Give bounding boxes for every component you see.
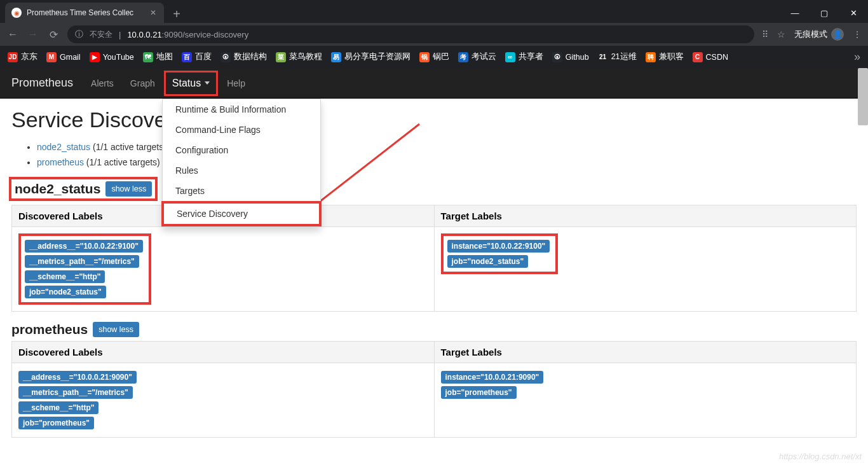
label-badge: instance="10.0.0.22:9100" bbox=[447, 240, 550, 253]
bookmark-icon: ∞ bbox=[505, 52, 515, 62]
bookmark-icon: C bbox=[693, 52, 703, 62]
target-cell: instance="10.0.0.22:9100"job="node2_stat… bbox=[434, 226, 857, 311]
bookmark-item[interactable]: 聘兼职客 bbox=[646, 52, 684, 62]
bookmark-item[interactable]: 考考试云 bbox=[458, 52, 496, 62]
summary-link[interactable]: prometheus bbox=[37, 157, 84, 167]
bookmark-icon: 百 bbox=[182, 52, 192, 62]
bookmark-item[interactable]: CCSDN bbox=[693, 52, 728, 62]
status-menu-item[interactable]: Targets bbox=[163, 181, 320, 201]
status-menu-item[interactable]: Rules bbox=[163, 160, 320, 181]
discovered-cell: __address__="10.0.0.22:9100"__metrics_pa… bbox=[12, 226, 435, 311]
back-icon[interactable]: ← bbox=[6, 29, 19, 40]
label-badge: __address__="10.0.0.21:9090" bbox=[18, 371, 137, 384]
bookmark-label: YouTube bbox=[103, 53, 134, 62]
status-menu-item[interactable]: Command-Line Flags bbox=[163, 120, 320, 140]
prometheus-favicon-icon: ◉ bbox=[11, 8, 22, 18]
job-block: prometheus show less Discovered LabelsTa… bbox=[11, 322, 857, 438]
nav-graph[interactable]: Graph bbox=[123, 72, 163, 95]
prometheus-brand[interactable]: Prometheus bbox=[11, 76, 73, 90]
bookmark-item[interactable]: 百百度 bbox=[182, 52, 212, 62]
prometheus-navbar: Prometheus Alerts Graph Status Help bbox=[0, 68, 868, 99]
bookmark-icon: ⦿ bbox=[552, 52, 562, 62]
label-badge: job="prometheus" bbox=[18, 417, 94, 429]
bookmark-item[interactable]: ∞共享者 bbox=[505, 52, 543, 62]
address-bar: ← → ⟳ ⓘ 不安全 | 10.0.0.21:9090/service-dis… bbox=[0, 23, 868, 46]
show-less-button[interactable]: show less bbox=[93, 322, 139, 337]
job-block: node2_status show less Discovered Labels… bbox=[11, 179, 857, 312]
bookmark-icon: 21 bbox=[598, 52, 608, 62]
forward-icon: → bbox=[27, 29, 39, 40]
scrollbar-thumb[interactable] bbox=[858, 68, 868, 125]
close-window-icon[interactable]: ✕ bbox=[839, 3, 868, 23]
kebab-menu-icon[interactable]: ⋮ bbox=[853, 29, 862, 39]
bookmark-item[interactable]: 🗺地图 bbox=[143, 52, 173, 62]
url-port: :9090 bbox=[162, 30, 183, 39]
bookmark-icon: 菜 bbox=[276, 52, 286, 62]
discovered-cell: __address__="10.0.0.21:9090"__metrics_pa… bbox=[12, 363, 435, 437]
tab-title: Prometheus Time Series Collec bbox=[27, 8, 144, 17]
separator: | bbox=[119, 30, 121, 39]
chevron-down-icon bbox=[205, 81, 210, 85]
bookmark-icon: 🗺 bbox=[143, 52, 153, 62]
watermark: https://blog.csdn.net/xt bbox=[779, 452, 862, 461]
maximize-icon[interactable]: ▢ bbox=[810, 3, 839, 23]
status-menu-item[interactable]: Runtime & Build Information bbox=[163, 99, 320, 120]
bookmark-label: 考试云 bbox=[471, 52, 496, 62]
url-field[interactable]: ⓘ 不安全 | 10.0.0.21:9090/service-discovery bbox=[67, 25, 754, 43]
label-badge: __metrics_path__="/metrics" bbox=[18, 386, 133, 399]
job-header: prometheus show less bbox=[11, 322, 857, 337]
bookmark-item[interactable]: JD京东 bbox=[8, 52, 37, 62]
summary-item: prometheus (1/1 active targets) bbox=[37, 155, 857, 170]
bookmark-label: 地图 bbox=[156, 52, 173, 62]
page-content: Service Discovery node2_status (1/1 acti… bbox=[0, 99, 868, 465]
status-menu-item[interactable]: Service Discovery bbox=[161, 201, 322, 226]
bookmark-icon: 考 bbox=[458, 52, 468, 62]
bookmark-label: 数据结构 bbox=[234, 52, 267, 62]
minimize-icon[interactable]: ― bbox=[780, 3, 810, 23]
labels-table: Discovered LabelsTarget Labels __address… bbox=[11, 341, 857, 438]
bookmark-label: 共享者 bbox=[519, 52, 543, 62]
bookmark-icon: 锅 bbox=[419, 52, 430, 62]
close-tab-icon[interactable]: ✕ bbox=[149, 8, 158, 17]
summary-link[interactable]: node2_status bbox=[37, 142, 90, 152]
bookmark-item[interactable]: 2121运维 bbox=[598, 52, 637, 62]
nav-help[interactable]: Help bbox=[219, 72, 253, 95]
bookmark-item[interactable]: 锅锅巴 bbox=[419, 52, 449, 62]
show-less-button[interactable]: show less bbox=[105, 181, 152, 197]
bookmark-label: Gmail bbox=[60, 53, 81, 62]
bookmark-item[interactable]: ⦿Github bbox=[552, 52, 589, 62]
browser-tab-active[interactable]: ◉ Prometheus Time Series Collec ✕ bbox=[5, 3, 164, 23]
th-target: Target Labels bbox=[434, 205, 857, 226]
tab-bar: ◉ Prometheus Time Series Collec ✕ + ― ▢ … bbox=[0, 0, 868, 23]
bookmark-item[interactable]: 菜菜鸟教程 bbox=[276, 52, 322, 62]
label-badge: __scheme__="http" bbox=[25, 270, 105, 283]
bookmark-icon: 聘 bbox=[646, 52, 656, 62]
new-tab-button[interactable]: + bbox=[168, 5, 186, 23]
label-badge: __metrics_path__="/metrics" bbox=[25, 255, 139, 268]
bookmarks-bar: JD京东MGmail▶YouTube🗺地图百百度⦿数据结构菜菜鸟教程易易分享电子… bbox=[0, 46, 868, 68]
bookmark-icon: ⦿ bbox=[220, 52, 231, 62]
th-target: Target Labels bbox=[434, 341, 857, 363]
incognito-indicator: 无痕模式 👤 bbox=[794, 28, 844, 41]
label-badge: __address__="10.0.0.22:9100" bbox=[25, 240, 143, 253]
nav-status-dropdown[interactable]: Status bbox=[164, 71, 218, 96]
nav-alerts[interactable]: Alerts bbox=[83, 72, 121, 95]
summary-list: node2_status (1/1 active targets)prometh… bbox=[37, 140, 857, 170]
bookmarks-overflow-icon[interactable]: » bbox=[854, 50, 860, 64]
bookmark-item[interactable]: 易易分享电子资源网 bbox=[331, 52, 410, 62]
reload-icon[interactable]: ⟳ bbox=[47, 29, 60, 41]
bookmark-label: 锅巴 bbox=[433, 52, 449, 62]
bookmark-icon: M bbox=[46, 52, 57, 62]
url-path: /service-discovery bbox=[182, 30, 248, 39]
bookmark-item[interactable]: ⦿数据结构 bbox=[220, 52, 267, 62]
bookmark-label: 兼职客 bbox=[659, 52, 684, 62]
bookmark-star-icon[interactable]: ☆ bbox=[777, 29, 785, 39]
label-badge: job="node2_status" bbox=[25, 286, 106, 298]
bookmark-item[interactable]: ▶YouTube bbox=[90, 52, 134, 62]
translate-icon[interactable]: ⠿ bbox=[762, 29, 768, 39]
secure-label: 不安全 bbox=[90, 29, 112, 40]
label-badge: instance="10.0.0.21:9090" bbox=[441, 371, 544, 384]
bookmark-item[interactable]: MGmail bbox=[46, 52, 81, 62]
bookmark-icon: JD bbox=[8, 52, 18, 62]
status-menu-item[interactable]: Configuration bbox=[163, 140, 320, 160]
